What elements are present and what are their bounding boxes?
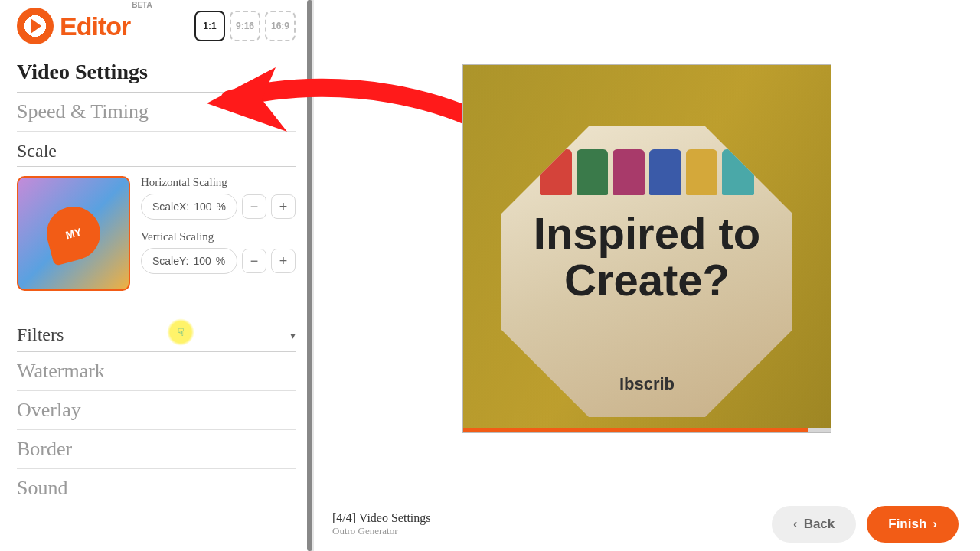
cursor-highlight-icon <box>167 318 194 346</box>
crayons-graphic-icon <box>540 134 754 195</box>
horizontal-scaling-label: Horizontal Scaling <box>141 176 296 189</box>
section-filters[interactable]: Filters ▾ <box>17 312 296 352</box>
step-indicator: [4/4] Video Settings <box>332 511 431 525</box>
section-video-settings: Video Settings <box>17 52 296 93</box>
video-preview: Inspired toCreate? Ibscrib <box>463 65 831 432</box>
scalex-increase-button[interactable]: + <box>271 194 296 219</box>
ratio-1-1[interactable]: 1:1 <box>194 11 225 41</box>
scalex-field[interactable]: ScaleX: 100% <box>141 194 237 220</box>
section-overlay[interactable]: Overlay <box>17 391 296 430</box>
bottom-bar: [4/4] Video Settings Outro Generator ‹ B… <box>314 497 980 551</box>
scaley-field[interactable]: ScaleY: 100% <box>141 248 237 274</box>
sidebar-scrollbar[interactable] <box>307 0 312 551</box>
main-area: Inspired toCreate? Ibscrib [4/4] Video S… <box>312 0 980 551</box>
vertical-scaling-label: Vertical Scaling <box>141 230 296 243</box>
ratio-9-16[interactable]: 9:16 <box>230 11 260 41</box>
aspect-ratio-group: 1:1 9:16 16:9 <box>194 11 296 41</box>
chevron-left-icon: ‹ <box>793 517 798 532</box>
logo-mark-icon <box>17 8 54 44</box>
beta-badge: BETA <box>132 1 152 9</box>
section-border[interactable]: Border <box>17 430 296 469</box>
scaley-increase-button[interactable]: + <box>271 249 296 273</box>
logo-text: Editor <box>60 11 130 41</box>
section-watermark[interactable]: Watermark <box>17 352 296 391</box>
finish-button[interactable]: Finish › <box>867 506 959 543</box>
section-speed-timing[interactable]: Speed & Timing <box>17 93 296 132</box>
playback-progress[interactable] <box>463 428 808 432</box>
preview-caption: Ibscrib <box>463 374 831 394</box>
thumb-logo-icon: MY <box>41 201 106 266</box>
chevron-down-icon: ▾ <box>290 329 296 341</box>
scalex-decrease-button[interactable]: − <box>242 194 266 219</box>
ratio-16-9[interactable]: 16:9 <box>265 11 296 41</box>
back-button[interactable]: ‹ Back <box>772 506 856 543</box>
scale-preview-thumbnail[interactable]: MY <box>17 176 130 291</box>
scaley-decrease-button[interactable]: − <box>242 249 266 273</box>
preview-canvas[interactable]: Inspired toCreate? Ibscrib <box>314 0 980 497</box>
preview-headline: Inspired toCreate? <box>463 210 831 304</box>
chevron-right-icon: › <box>933 517 937 532</box>
logo: EditorBETA <box>17 8 152 44</box>
section-sound[interactable]: Sound <box>17 469 296 507</box>
section-scale[interactable]: Scale <box>17 132 296 167</box>
breadcrumb: Outro Generator <box>332 525 431 537</box>
sidebar: EditorBETA 1:1 9:16 16:9 Video Settings … <box>0 0 312 551</box>
